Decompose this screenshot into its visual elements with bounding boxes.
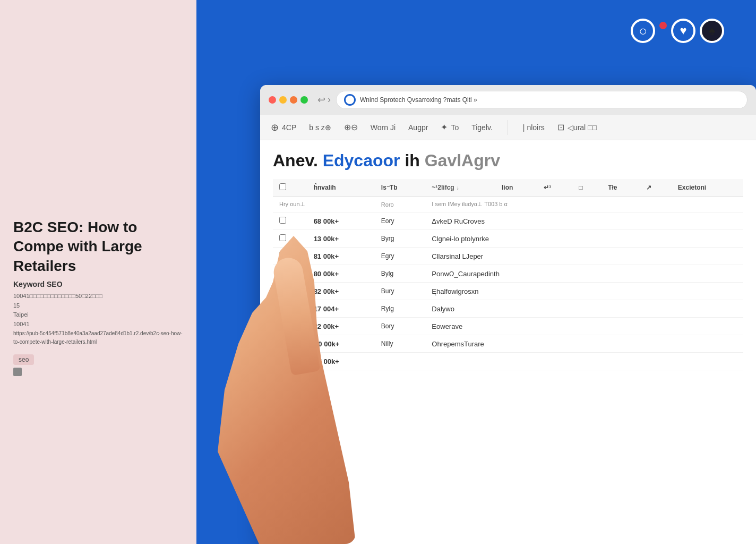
select-all-checkbox[interactable] (279, 183, 286, 190)
row-keyword: PonwΩ_Caurapedinth (425, 265, 743, 283)
icon-circle-2[interactable]: ♥ (671, 19, 695, 43)
content-header: Anev. Edycaoor ih GavlAgrv (273, 151, 743, 171)
url-text: Wnind Sprotech Qvsarroxing ?mats Qitl » (360, 96, 740, 104)
nav-separator (508, 120, 508, 135)
nav-tab-ural-label: ◁ural □□ (568, 123, 597, 132)
article-meta: 10041□□□□□□□□□□□□□50□22□□□ 15 Taipei 100… (13, 292, 183, 346)
keyword-table: ĥnvalih ls⁻Tb ~¹2lifcg ↓ lion ↵¹ □ Tłe ↗… (273, 179, 743, 370)
row-difficulty: Byrg (375, 230, 426, 248)
nav-tab-1[interactable]: b s z⊕ (309, 123, 331, 132)
subheader-col1: Hry oun⊥ (273, 197, 375, 212)
subheader-col2: Roro (375, 197, 426, 212)
row-checkbox[interactable] (273, 230, 307, 248)
nav-tab-tiger[interactable]: Tigelv. (471, 123, 493, 132)
row-keyword: Cllarsinal LJeper (425, 248, 743, 265)
top-icons-area: ○ ♥ ♠ (631, 19, 724, 43)
minimize-button[interactable] (279, 96, 287, 104)
table-row: 17 004+ Rylg Dalywo (273, 300, 743, 318)
left-panel: B2C SEO: How to Compe with Large Retaile… (0, 0, 196, 544)
row-select-checkbox[interactable] (279, 287, 286, 294)
row-select-checkbox[interactable] (279, 357, 286, 364)
row-checkbox[interactable] (273, 248, 307, 265)
row-difficulty: Bury (375, 283, 426, 300)
row-difficulty: Nilly (375, 335, 426, 353)
th-excietion[interactable]: Excietoni (672, 179, 743, 197)
nav-tab-label-1: b s z⊕ (309, 123, 331, 132)
row-difficulty (375, 353, 426, 370)
forward-icon[interactable]: › (328, 94, 331, 106)
row-keyword (425, 353, 743, 370)
th-trend[interactable]: ↗ (640, 179, 671, 197)
th-arrow[interactable]: ↵¹ (537, 179, 572, 197)
nav-tab-ural[interactable]: ⊡ ◁ural □□ (557, 122, 597, 132)
copy-icon[interactable] (13, 368, 22, 376)
row-checkbox[interactable] (273, 212, 307, 230)
row-select-checkbox[interactable] (279, 269, 286, 276)
traffic-lights (269, 96, 308, 104)
th-checkbox[interactable] (273, 179, 307, 197)
nav-tab-nloirs[interactable]: | nloirs (523, 123, 545, 132)
row-keyword: Dalywo (425, 300, 743, 318)
row-volume: 68 00k+ (307, 212, 375, 230)
subheader-col3: I sem IMey iludyα⊥ T003 b α (425, 197, 743, 212)
nav-tab-augpr-label: Augpr (408, 123, 428, 132)
seo-tag[interactable]: seo (13, 354, 34, 365)
table-row: 32 00k+ Bory Eowerave (273, 318, 743, 335)
row-keyword: Ęhalfowigrosxn (425, 283, 743, 300)
row-select-checkbox[interactable] (279, 304, 286, 311)
row-difficulty: Eory (375, 212, 426, 230)
row-select-checkbox[interactable] (279, 234, 286, 241)
back-icon[interactable]: ↩ (317, 94, 325, 106)
content-title-part1: Anev. (273, 151, 318, 170)
table-row: 13 00k+ Byrg Clgnei-lo ptolynrke (273, 230, 743, 248)
icon-circle-1[interactable]: ○ (631, 19, 655, 43)
table-body: 68 00k+ Eory ΔvkeD RuCroves 13 00k+ Byrg… (273, 212, 743, 370)
row-select-checkbox[interactable] (279, 322, 286, 329)
nav-buttons: ↩ › (317, 94, 331, 106)
th-filter[interactable]: ~¹2lifcg ↓ (425, 179, 495, 197)
fullscreen-button[interactable] (300, 96, 308, 104)
th-invalid[interactable]: ĥnvalih (307, 179, 375, 197)
row-checkbox[interactable] (273, 300, 307, 318)
row-checkbox[interactable] (273, 353, 307, 370)
maximize-button[interactable] (290, 96, 297, 104)
nav-tab-2[interactable]: ⊕⊖ (344, 122, 358, 132)
nav-tab-label-0: 4CP (282, 123, 296, 132)
close-button[interactable] (269, 96, 276, 104)
nav-tab-nloirs-label: | nloirs (523, 123, 545, 132)
row-checkbox[interactable] (273, 283, 307, 300)
row-keyword: Eowerave (425, 318, 743, 335)
row-checkbox[interactable] (273, 318, 307, 335)
meta-line3: Taipei (13, 310, 183, 320)
row-difficulty: Rylg (375, 300, 426, 318)
row-volume: 80 00k+ (307, 265, 375, 283)
right-panel: ○ ♥ ♠ ↩ › Wnind Sprotech Qvsarroxing (196, 0, 756, 544)
row-checkbox[interactable] (273, 265, 307, 283)
th-tl[interactable]: Tłe (602, 179, 640, 197)
row-checkbox[interactable] (273, 335, 307, 353)
nav-tab-tiger-label: Tigelv. (471, 123, 493, 132)
table-header-row: ĥnvalih ls⁻Tb ~¹2lifcg ↓ lion ↵¹ □ Tłe ↗… (273, 179, 743, 197)
row-volume: 8F 00k+ (307, 353, 375, 370)
th-lion[interactable]: lion (495, 179, 537, 197)
nav-tab-augpr[interactable]: Augpr (408, 123, 428, 132)
meta-line1: 10041□□□□□□□□□□□□□50□22□□□ (13, 292, 183, 301)
th-empty: □ (573, 179, 602, 197)
icon-circle-3[interactable]: ♠ (700, 19, 724, 43)
content-title-part2: Edycaoor (323, 151, 400, 170)
row-volume: 17 004+ (307, 300, 375, 318)
nav-tab-worm[interactable]: Worn Ji (371, 123, 396, 132)
nav-tab-te[interactable]: ✦ To (441, 122, 459, 132)
row-select-checkbox[interactable] (279, 252, 286, 259)
url-bar[interactable]: Wnind Sprotech Qvsarroxing ?mats Qitl » (336, 91, 748, 109)
table-row: 80 00k+ Bylg PonwΩ_Caurapedinth (273, 265, 743, 283)
meta-line4: 10041 (13, 320, 183, 329)
th-ls[interactable]: ls⁻Tb (375, 179, 426, 197)
row-select-checkbox[interactable] (279, 217, 286, 224)
table-head: ĥnvalih ls⁻Tb ~¹2lifcg ↓ lion ↵¹ □ Tłe ↗… (273, 179, 743, 212)
table-subheader-row: Hry oun⊥ Roro I sem IMey iludyα⊥ T003 b … (273, 197, 743, 212)
row-volume: 13 00k+ (307, 230, 375, 248)
row-select-checkbox[interactable] (279, 339, 286, 346)
browser-logo (344, 94, 356, 106)
nav-tab-0[interactable]: ⊕ 4CP (271, 122, 296, 133)
